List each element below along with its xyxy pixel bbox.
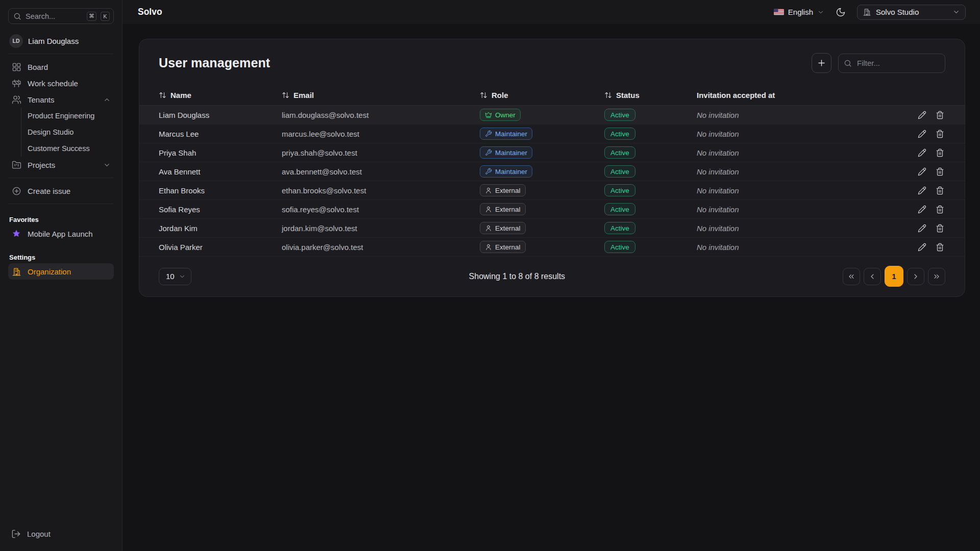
page-number-button[interactable]: 1 bbox=[885, 266, 903, 287]
column-header-label: Role bbox=[492, 91, 508, 99]
edit-user-button[interactable] bbox=[917, 185, 927, 196]
status-badge: Active bbox=[604, 128, 635, 140]
user-status-cell: Active bbox=[604, 203, 697, 215]
delete-user-button[interactable] bbox=[935, 185, 945, 196]
sidebar-item-work-schedule[interactable]: Work schedule bbox=[8, 75, 114, 91]
delete-user-button[interactable] bbox=[935, 166, 945, 177]
sidebar-item-design-studio[interactable]: Design Studio bbox=[28, 124, 114, 140]
sidebar-item-board[interactable]: Board bbox=[8, 59, 114, 75]
table-row[interactable]: Liam Douglass liam.douglass@solvo.test O… bbox=[139, 106, 965, 124]
filter-input[interactable] bbox=[838, 54, 945, 73]
sort-icon bbox=[159, 91, 166, 99]
current-user[interactable]: LD Liam Douglass bbox=[8, 33, 114, 49]
workspace-selector[interactable]: Solvo Studio bbox=[857, 5, 966, 20]
language-selector[interactable]: English bbox=[774, 8, 824, 16]
table-row[interactable]: Sofia Reyes sofia.reyes@solvo.test Exter… bbox=[139, 200, 965, 219]
column-header-label: Email bbox=[293, 91, 314, 99]
user-role-cell: Maintainer bbox=[480, 165, 604, 178]
edit-user-button[interactable] bbox=[917, 166, 927, 177]
theme-toggle-button[interactable] bbox=[833, 5, 848, 20]
sort-icon bbox=[604, 91, 612, 99]
user-name-cell: Olivia Parker bbox=[159, 243, 282, 252]
sidebar-item-organization[interactable]: Organization bbox=[8, 263, 114, 280]
role-badge: Maintainer bbox=[480, 165, 532, 178]
add-user-button[interactable] bbox=[812, 53, 831, 73]
status-badge: Active bbox=[604, 222, 635, 234]
status-badge: Active bbox=[604, 203, 635, 215]
user-email-cell: ava.bennett@solvo.test bbox=[282, 167, 480, 176]
plus-circle-icon bbox=[11, 186, 21, 196]
pagination: 1 bbox=[843, 266, 945, 287]
user-name: Liam Douglass bbox=[28, 37, 79, 45]
column-header[interactable]: Status bbox=[604, 91, 697, 99]
status-label: Active bbox=[610, 187, 629, 194]
column-header[interactable]: Invitation accepted at bbox=[697, 91, 898, 99]
edit-user-button[interactable] bbox=[917, 223, 927, 234]
user-name-cell: Ava Bennett bbox=[159, 167, 282, 176]
sidebar-item-customer-success[interactable]: Customer Success bbox=[28, 140, 114, 157]
role-badge: External bbox=[480, 241, 526, 253]
status-label: Active bbox=[610, 243, 629, 251]
status-badge: Active bbox=[604, 109, 635, 121]
user-status-cell: Active bbox=[604, 109, 697, 121]
pencil-icon bbox=[918, 148, 926, 157]
wrench-icon bbox=[485, 168, 492, 175]
search-input[interactable]: Search... ⌘ K bbox=[8, 8, 114, 24]
delete-user-button[interactable] bbox=[935, 242, 945, 253]
sidebar-item-label: Create issue bbox=[28, 187, 70, 195]
tenants-children: Product Engineering Design Studio Custom… bbox=[21, 108, 114, 157]
wrench-icon bbox=[485, 130, 492, 137]
delete-user-button[interactable] bbox=[935, 204, 945, 215]
table-row[interactable]: Ethan Brooks ethan.brooks@solvo.test Ext… bbox=[139, 181, 965, 200]
user-name-cell: Priya Shah bbox=[159, 148, 282, 157]
role-badge: Maintainer bbox=[480, 146, 532, 159]
last-page-button[interactable] bbox=[928, 268, 945, 285]
delete-user-button[interactable] bbox=[935, 223, 945, 234]
edit-user-button[interactable] bbox=[917, 147, 927, 158]
column-header[interactable]: Role bbox=[480, 91, 604, 99]
card-header: User management bbox=[139, 39, 965, 85]
sidebar-item-mobile-app-launch[interactable]: Mobile App Launch bbox=[8, 226, 114, 242]
status-badge: Active bbox=[604, 146, 635, 159]
row-actions bbox=[898, 166, 945, 177]
role-badge: External bbox=[480, 203, 526, 215]
settings-heading: Settings bbox=[9, 254, 113, 261]
delete-user-button[interactable] bbox=[935, 129, 945, 139]
main-column: Solvo English bbox=[122, 0, 980, 551]
edit-user-button[interactable] bbox=[917, 204, 927, 215]
create-issue-button[interactable]: Create issue bbox=[8, 183, 114, 199]
table-row[interactable]: Ava Bennett ava.bennett@solvo.test Maint… bbox=[139, 162, 965, 181]
column-header[interactable]: Email bbox=[282, 91, 480, 99]
user-role-cell: Maintainer bbox=[480, 146, 604, 159]
table-row[interactable]: Priya Shah priya.shah@solvo.test Maintai… bbox=[139, 143, 965, 162]
sidebar-item-projects[interactable]: Projects bbox=[8, 157, 114, 173]
first-page-button[interactable] bbox=[843, 268, 860, 285]
invitation-cell: No invitation bbox=[697, 167, 898, 176]
delete-user-button[interactable] bbox=[935, 110, 945, 120]
next-page-button[interactable] bbox=[907, 268, 924, 285]
edit-user-button[interactable] bbox=[917, 110, 927, 120]
edit-user-button[interactable] bbox=[917, 242, 927, 253]
column-header[interactable]: Name bbox=[159, 91, 282, 99]
delete-user-button[interactable] bbox=[935, 147, 945, 158]
user-email-cell: sofia.reyes@solvo.test bbox=[282, 205, 480, 214]
sidebar-item-product-engineering[interactable]: Product Engineering bbox=[28, 108, 114, 124]
row-actions bbox=[898, 147, 945, 158]
edit-user-button[interactable] bbox=[917, 129, 927, 139]
filter-field bbox=[838, 54, 945, 73]
previous-page-button[interactable] bbox=[864, 268, 881, 285]
invitation-cell: No invitation bbox=[697, 224, 898, 233]
invitation-cell: No invitation bbox=[697, 148, 898, 157]
row-actions bbox=[898, 185, 945, 196]
table-row[interactable]: Olivia Parker olivia.parker@solvo.test E… bbox=[139, 238, 965, 257]
column-header-label: Status bbox=[616, 91, 640, 99]
page-size-select[interactable]: 10 bbox=[159, 268, 191, 285]
table-row[interactable]: Jordan Kim jordan.kim@solvo.test Externa… bbox=[139, 219, 965, 238]
role-label: Maintainer bbox=[495, 130, 527, 138]
sidebar-item-label: Tenants bbox=[28, 95, 55, 104]
sidebar-item-tenants[interactable]: Tenants bbox=[8, 91, 114, 108]
table-row[interactable]: Marcus Lee marcus.lee@solvo.test Maintai… bbox=[139, 124, 965, 143]
logout-button[interactable]: Logout bbox=[8, 525, 114, 542]
building-icon bbox=[11, 267, 21, 277]
sidebar-item-label: Mobile App Launch bbox=[28, 230, 93, 238]
